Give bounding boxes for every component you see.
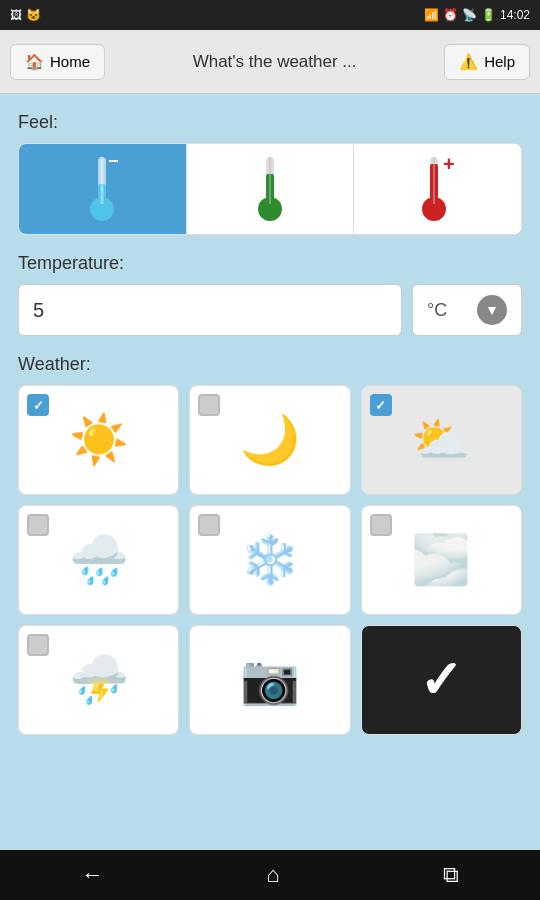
- nav-bar: 🏠 Home What's the weather ... ⚠️ Help: [0, 30, 540, 94]
- sunny-icon: ☀️: [69, 416, 129, 464]
- camera-icon: 📷: [240, 652, 300, 708]
- weather-snow[interactable]: ❄️: [189, 505, 350, 615]
- weather-storm[interactable]: ⛈️: [18, 625, 179, 735]
- status-left-icons: 🖼 😺: [10, 8, 41, 22]
- thermometer-warm-icon: +: [410, 149, 466, 229]
- night-checkbox: [198, 394, 220, 416]
- foggy-icon: 🌫️: [411, 536, 471, 584]
- storm-icon: ⛈️: [69, 656, 129, 704]
- weather-cloudy[interactable]: ✓ ⛅: [361, 385, 522, 495]
- bottom-nav-bar: ← ⌂ ⧉: [0, 850, 540, 900]
- alarm-icon: ⏰: [443, 8, 458, 22]
- weather-foggy[interactable]: 🌫️: [361, 505, 522, 615]
- weather-confirm[interactable]: ✓: [361, 625, 522, 735]
- snow-checkbox: [198, 514, 220, 536]
- confirm-check-icon: ✓: [419, 650, 463, 710]
- weather-camera[interactable]: 📷: [189, 625, 350, 735]
- rainy-icon: 🌧️: [69, 536, 129, 584]
- home-button[interactable]: 🏠 Home: [10, 44, 105, 80]
- thermometer-neutral-icon: [248, 149, 292, 229]
- weather-rainy[interactable]: 🌧️: [18, 505, 179, 615]
- foggy-checkbox: [370, 514, 392, 536]
- feel-neutral[interactable]: [186, 144, 354, 234]
- weather-night[interactable]: 🌙: [189, 385, 350, 495]
- dropdown-arrow-icon: ▼: [477, 295, 507, 325]
- sunny-checkbox: ✓: [27, 394, 49, 416]
- home-label: Home: [50, 53, 90, 70]
- warning-icon: ⚠️: [459, 53, 478, 71]
- feel-selector: − +: [18, 143, 522, 235]
- main-content: Feel: −: [0, 94, 540, 850]
- cloudy-icon: ⛅: [411, 416, 471, 464]
- wifi-icon: 📶: [424, 8, 439, 22]
- weather-label: Weather:: [18, 354, 522, 375]
- temperature-input[interactable]: [18, 284, 402, 336]
- storm-checkbox: [27, 634, 49, 656]
- home-icon: 🏠: [25, 53, 44, 71]
- temperature-row: °C ▼: [18, 284, 522, 336]
- thermometer-cold-icon: −: [80, 149, 124, 229]
- temperature-unit-dropdown[interactable]: °C ▼: [412, 284, 522, 336]
- status-bar: 🖼 😺 📶 ⏰ 📡 🔋 14:02: [0, 0, 540, 30]
- feel-cold[interactable]: −: [19, 144, 186, 234]
- help-label: Help: [484, 53, 515, 70]
- home-button-bottom[interactable]: ⌂: [266, 862, 279, 888]
- back-button[interactable]: ←: [81, 862, 103, 888]
- feel-warm[interactable]: +: [353, 144, 521, 234]
- page-title: What's the weather ...: [193, 52, 357, 72]
- night-icon: 🌙: [240, 416, 300, 464]
- unit-label: °C: [427, 300, 447, 321]
- svg-text:−: −: [108, 151, 119, 171]
- weather-sunny[interactable]: ✓ ☀️: [18, 385, 179, 495]
- temperature-label: Temperature:: [18, 253, 522, 274]
- battery-icon: 🔋: [481, 8, 496, 22]
- recents-button[interactable]: ⧉: [443, 862, 459, 888]
- app-icon: 😺: [26, 8, 41, 22]
- cloudy-checkbox: ✓: [370, 394, 392, 416]
- svg-text:+: +: [443, 153, 455, 175]
- feel-label: Feel:: [18, 112, 522, 133]
- time-display: 14:02: [500, 8, 530, 22]
- signal-icon: 📡: [462, 8, 477, 22]
- status-right-icons: 📶 ⏰ 📡 🔋 14:02: [424, 8, 530, 22]
- rainy-checkbox: [27, 514, 49, 536]
- snow-icon: ❄️: [240, 536, 300, 584]
- weather-grid: ✓ ☀️ 🌙 ✓ ⛅ 🌧️ ❄️ 🌫️: [18, 385, 522, 735]
- help-button[interactable]: ⚠️ Help: [444, 44, 530, 80]
- notification-icon: 🖼: [10, 8, 22, 22]
